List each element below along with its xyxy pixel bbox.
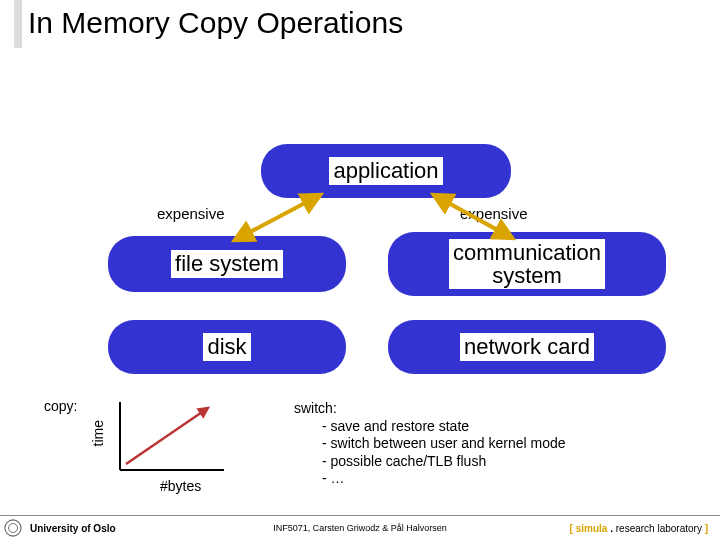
block-network-card-label: network card — [460, 333, 594, 360]
label-expensive-right: expensive — [460, 205, 528, 222]
block-disk: disk — [108, 320, 346, 374]
chart-x-axis-label: #bytes — [160, 478, 201, 494]
block-application: application — [261, 144, 511, 198]
block-file-system: file system — [108, 236, 346, 292]
switch-line3: - possible cache/TLB flush — [294, 453, 674, 471]
comm-line2: system — [492, 263, 562, 288]
block-application-label: application — [329, 157, 442, 184]
block-communication-system-label: communication system — [449, 239, 605, 289]
switch-line2: - switch between user and kernel mode — [294, 435, 674, 453]
title-accent-bar — [14, 0, 22, 48]
footer-bracket-close: ] — [702, 523, 708, 534]
slide-root: In Memory Copy Operations application ex… — [0, 0, 720, 540]
copy-chart — [112, 398, 232, 478]
label-copy: copy: — [44, 398, 77, 414]
footer-simula-word: simula — [576, 523, 608, 534]
switch-header: switch: — [294, 400, 337, 416]
block-file-system-label: file system — [171, 250, 283, 277]
chart-trend-line — [126, 408, 208, 464]
footer-research-lab: research laboratory — [616, 523, 702, 534]
footer-dot: . — [607, 523, 615, 534]
footer-bar: University of Oslo INF5071, Carsten Griw… — [0, 515, 720, 540]
comm-line1: communication — [453, 240, 601, 265]
block-network-card: network card — [388, 320, 666, 374]
footer-simula: [ simula . research laboratory ] — [570, 523, 708, 534]
switch-line4: - … — [294, 470, 674, 488]
chart-y-axis-label: time — [90, 420, 106, 446]
label-expensive-left: expensive — [157, 205, 225, 222]
switch-line1: - save and restore state — [294, 418, 674, 436]
slide-title: In Memory Copy Operations — [28, 6, 403, 40]
arrow-app-filesystem — [235, 195, 320, 240]
block-disk-label: disk — [203, 333, 250, 360]
switch-text: switch: - save and restore state - switc… — [294, 400, 674, 488]
block-communication-system: communication system — [388, 232, 666, 296]
